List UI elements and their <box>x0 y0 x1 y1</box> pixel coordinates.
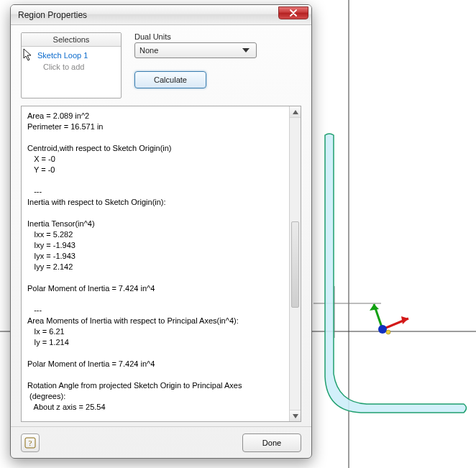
help-icon: ? <box>24 437 36 449</box>
close-icon <box>290 9 297 17</box>
svg-point-9 <box>386 330 390 334</box>
chevron-up-icon <box>293 110 298 114</box>
scroll-down-button[interactable] <box>290 410 301 421</box>
upper-panel: Selections Sketch Loop 1 Click to add Du… <box>11 25 311 103</box>
selection-item[interactable]: Sketch Loop 1 <box>37 50 116 61</box>
selections-header: Selections <box>22 33 121 47</box>
region-properties-dialog: Region Properties Selections Sketch Loop… <box>10 4 312 459</box>
dialog-footer: ? Done <box>11 426 311 458</box>
dialog-title: Region Properties <box>18 10 87 20</box>
svg-point-8 <box>378 325 387 334</box>
selections-listbox[interactable]: Selections Sketch Loop 1 Click to add <box>21 32 122 98</box>
done-button[interactable]: Done <box>242 433 301 452</box>
calculate-button[interactable]: Calculate <box>134 71 206 88</box>
dual-units-select[interactable]: None <box>134 42 257 58</box>
results-panel: Area = 2.089 in^2 Perimeter = 16.571 in … <box>21 106 301 422</box>
chevron-down-icon <box>293 414 298 418</box>
selection-add-hint[interactable]: Click to add <box>37 61 116 73</box>
help-button[interactable]: ? <box>21 433 40 452</box>
svg-marker-5 <box>370 304 379 311</box>
svg-text:?: ? <box>29 439 32 447</box>
chevron-down-icon <box>240 45 252 56</box>
results-text[interactable]: Area = 2.089 in^2 Perimeter = 16.571 in … <box>22 106 289 421</box>
close-button[interactable] <box>278 6 308 19</box>
cursor-icon <box>23 48 33 61</box>
dual-units-label: Dual Units <box>134 32 301 41</box>
svg-marker-7 <box>401 316 408 324</box>
titlebar[interactable]: Region Properties <box>11 5 311 25</box>
vertical-scrollbar[interactable] <box>289 106 301 421</box>
dual-units-value: None <box>139 46 158 55</box>
scroll-thumb[interactable] <box>291 221 299 308</box>
scroll-up-button[interactable] <box>290 106 301 118</box>
